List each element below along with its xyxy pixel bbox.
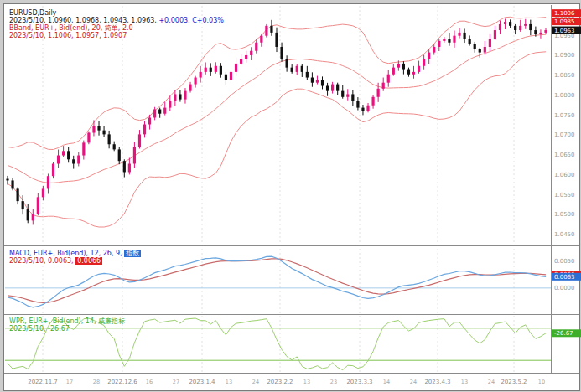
bull-candle <box>494 30 496 39</box>
bull-candle <box>316 80 319 83</box>
bear-candle <box>351 94 354 101</box>
bull-candle <box>57 156 60 164</box>
time-tick-minor: 24 <box>488 379 495 385</box>
bull-candle <box>484 47 486 53</box>
bear-candle <box>6 179 8 181</box>
bull-candle <box>92 126 95 132</box>
macd-panel-labels: MACD, EUR+, Bid(end), 12, 26, 9, 指数 2023… <box>9 250 141 265</box>
bull-candle <box>62 151 65 155</box>
bear-candle <box>336 85 339 91</box>
macd-signal-line <box>8 259 546 303</box>
bear-candle <box>210 68 212 72</box>
bull-candle <box>189 85 191 91</box>
bear-candle <box>67 151 70 159</box>
bear-candle <box>407 70 410 75</box>
time-tick-minor: 28 <box>93 379 100 385</box>
bull-candle <box>366 106 369 111</box>
bear-candle <box>448 39 450 43</box>
bull-candle <box>87 132 90 142</box>
time-tick-major: 2023.4.3 <box>424 379 450 385</box>
bear-candle <box>529 24 532 30</box>
bear-candle <box>72 159 75 163</box>
time-tick-minor: 27 <box>173 379 179 385</box>
bear-candle <box>326 85 329 90</box>
time-tick-minor: 16 <box>146 379 153 385</box>
bollinger-values-label: 2023/5/10, 1.1006, 1.0957, 1.0907 <box>9 32 224 39</box>
bull-candle <box>544 30 547 33</box>
bull-candle <box>153 109 156 117</box>
time-tick-minor: 17 <box>66 379 73 385</box>
bull-candle <box>230 72 232 80</box>
bull-candle <box>133 147 136 164</box>
bull-candle <box>489 39 491 47</box>
bear-candle <box>158 109 161 113</box>
price-chip: 1.0963 <box>552 27 581 34</box>
bear-candle <box>479 49 481 53</box>
time-tick-minor: 24 <box>252 379 259 385</box>
bull-candle <box>331 85 334 91</box>
time-tick-minor: 13 <box>226 379 232 385</box>
bear-candle <box>463 33 465 39</box>
bear-candle <box>220 66 222 75</box>
bull-candle <box>382 83 385 89</box>
time-tick-minor: 13 <box>461 379 468 385</box>
bear-candle <box>356 101 359 108</box>
bear-candle <box>102 131 105 135</box>
price-chip: 1.0985 <box>552 18 581 25</box>
macd-settings-label: MACD, EUR+, Bid(end), 12, 26, 9, 指数 <box>9 250 141 257</box>
bollinger-middle-band <box>8 34 546 183</box>
svg-text:1.0963: 1.0963 <box>554 28 575 34</box>
svg-text:0.0063: 0.0063 <box>554 274 575 281</box>
bear-candle <box>113 144 116 149</box>
price-tick-label: 1.0700 <box>554 132 575 138</box>
bear-candle <box>291 68 293 72</box>
bull-candle <box>433 47 435 53</box>
bull-candle <box>443 39 445 41</box>
price-tick-label: 1.0650 <box>554 152 575 158</box>
bull-candle <box>412 72 415 75</box>
bull-candle <box>32 214 34 220</box>
bull-candle <box>418 66 420 72</box>
bull-candle <box>37 197 39 214</box>
bear-candle <box>17 188 19 201</box>
bear-candle <box>341 91 344 97</box>
bull-candle <box>438 41 440 47</box>
price-tick-label: 1.0450 <box>554 231 575 238</box>
bull-candle <box>524 24 527 26</box>
macd-tick-label: 0.0050 <box>554 258 575 265</box>
bull-candle <box>143 125 146 135</box>
bull-candle <box>128 164 131 173</box>
bull-candle <box>240 59 242 64</box>
bull-candle <box>371 97 374 106</box>
bear-candle <box>22 201 24 209</box>
bull-candle <box>519 26 521 30</box>
bull-candle <box>47 176 49 188</box>
bull-candle <box>260 36 262 43</box>
bull-candle <box>250 51 252 55</box>
price-tick-label: 1.0900 <box>554 52 575 59</box>
bull-candle <box>296 66 298 72</box>
bull-candle <box>184 91 186 100</box>
bull-candle <box>235 64 237 72</box>
bollinger-settings-label: BBand, EUR+, Bid(end), 20, 简单, 2.0 <box>9 24 224 32</box>
bull-candle <box>174 94 176 101</box>
wpr-settings-label: WPR, EUR+, Bid(end), 14, 威廉指标 <box>9 317 125 325</box>
bull-candle <box>397 64 400 68</box>
bull-candle <box>215 66 217 72</box>
time-tick-major: 2023.5.2 <box>501 379 527 385</box>
bear-candle <box>474 44 476 49</box>
price-tick-label: 1.0500 <box>554 211 575 218</box>
bear-candle <box>280 47 283 59</box>
time-tick-minor: 24 <box>410 379 417 385</box>
symbol-period-label: EURUSD,Daily <box>9 9 224 17</box>
bull-candle <box>539 33 542 34</box>
bear-candle <box>270 26 272 33</box>
bear-candle <box>514 26 516 30</box>
trading-terminal-window: 1.10001.09501.09001.08501.08001.07501.07… <box>0 0 581 392</box>
price-tick-label: 1.0750 <box>554 112 575 119</box>
bear-candle <box>225 75 227 80</box>
macd-value-chip: 0.0066 <box>75 257 102 265</box>
bear-candle <box>123 161 126 172</box>
price-tick-label: 1.0850 <box>554 72 575 79</box>
bull-candle <box>255 43 257 51</box>
